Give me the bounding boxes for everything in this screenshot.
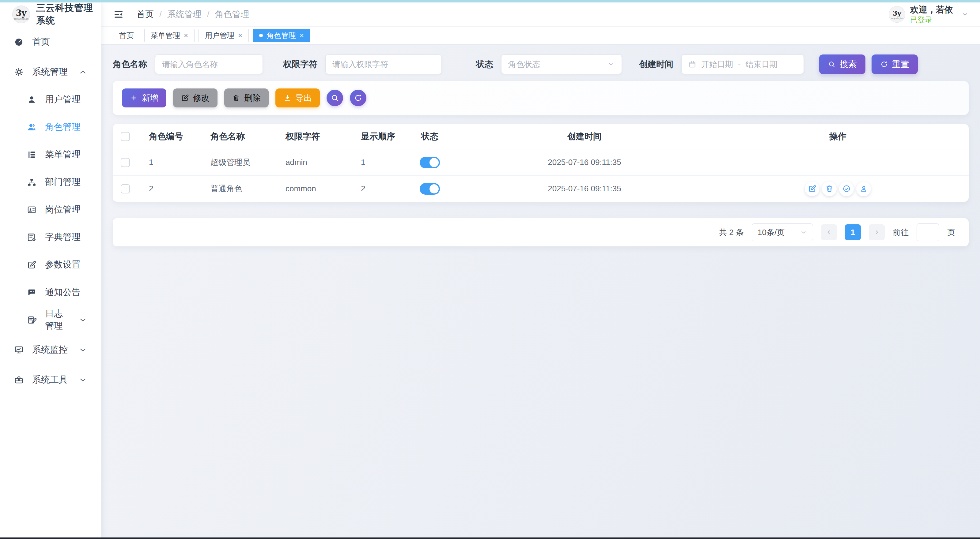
toolbar-card: 新增 修改 删除 导出: [113, 81, 969, 115]
status-toggle[interactable]: [420, 183, 440, 195]
top-header: 首页 / 系统管理 / 角色管理 3y sanyunkeji.cn 欢迎，若依 …: [101, 2, 980, 26]
row-delete-button[interactable]: [822, 181, 837, 196]
close-icon[interactable]: ×: [238, 31, 242, 40]
search-icon: [828, 60, 836, 68]
row-edit-button[interactable]: [805, 181, 819, 196]
sidebar-item-log-management[interactable]: 日志管理: [0, 306, 101, 334]
perm-key-label: 权限字符: [283, 59, 317, 70]
add-button[interactable]: 新增: [122, 89, 166, 108]
user-icon: [27, 95, 37, 105]
perm-key-input[interactable]: [332, 60, 435, 69]
status-label: 状态: [476, 59, 493, 70]
sidebar-item-system-management[interactable]: 系统管理: [0, 58, 101, 86]
chevron-down-icon[interactable]: [961, 10, 969, 18]
sidebar-item-role-management[interactable]: 角色管理: [0, 113, 101, 141]
role-name-input-wrap: [155, 54, 263, 74]
status-select[interactable]: 角色状态: [501, 54, 622, 74]
main-content: 角色名称 权限字符 状态 角色状态 创建时间 开始日期 - 结束日期: [101, 45, 980, 537]
role-name-input[interactable]: [162, 60, 256, 69]
close-icon[interactable]: ×: [300, 31, 304, 40]
announcement-icon: [27, 288, 37, 297]
next-page-button[interactable]: [869, 224, 885, 240]
row-checkbox[interactable]: [121, 158, 130, 167]
current-page-button[interactable]: 1: [845, 224, 861, 240]
col-role-name: 角色名称: [203, 131, 278, 142]
sidebar-item-param-settings[interactable]: 参数设置: [0, 251, 101, 279]
pagination-bar: 共 2 条 10条/页 1 前往 页: [113, 218, 969, 246]
chevron-up-icon: [78, 67, 88, 77]
sidebar-item-user-management[interactable]: 用户管理: [0, 86, 101, 113]
breadcrumb-section: 系统管理: [167, 9, 202, 20]
row-checkbox[interactable]: [121, 184, 130, 193]
sidebar-item-menu-management[interactable]: 菜单管理: [0, 141, 101, 168]
search-button[interactable]: 搜索: [819, 54, 865, 74]
edit-icon: [181, 94, 189, 102]
login-status-badge: 已登录: [910, 16, 953, 24]
sidebar-nav: 首页 系统管理 用户管理 角色管理 菜单管理 部门管理: [0, 28, 101, 394]
refresh-icon: [880, 60, 888, 68]
chevron-down-icon: [78, 345, 88, 355]
table-header-row: 角色编号 角色名称 权限字符 显示顺序 状态 创建时间 操作: [113, 124, 969, 149]
trash-icon: [232, 94, 240, 102]
sidebar-item-notice[interactable]: 通知公告: [0, 279, 101, 306]
status-toggle[interactable]: [420, 157, 440, 168]
sidebar-item-post-management[interactable]: 岗位管理: [0, 196, 101, 224]
toggle-knob: [430, 184, 439, 193]
reset-button[interactable]: 重置: [872, 54, 918, 74]
dictionary-icon: [27, 233, 37, 242]
breadcrumb: 首页 / 系统管理 / 角色管理: [137, 9, 249, 20]
chevron-down-icon: [78, 375, 88, 385]
bottom-edge: [0, 537, 980, 539]
date-range-picker[interactable]: 开始日期 - 结束日期: [681, 54, 804, 74]
export-button[interactable]: 导出: [275, 89, 320, 108]
tab-home[interactable]: 首页: [113, 29, 140, 42]
tab-role-management[interactable]: 角色管理 ×: [253, 29, 310, 42]
chevron-down-icon: [800, 229, 807, 236]
app-root: 3y sanyunkeji.cn 三云科技管理系统 首页 系统管理 用户管理 角…: [0, 0, 980, 539]
sidebar-item-system-monitor[interactable]: 系统监控: [0, 336, 101, 364]
refresh-circle-button[interactable]: [350, 90, 366, 106]
sidebar-item-dict-management[interactable]: 字典管理: [0, 224, 101, 251]
dashboard-icon: [14, 37, 24, 47]
page-unit-label: 页: [947, 227, 955, 238]
breadcrumb-current: 角色管理: [215, 9, 249, 20]
user-menu[interactable]: 3y sanyunkeji.cn 欢迎，若依 已登录: [889, 5, 969, 24]
top-accent-strip: [0, 0, 980, 2]
sidebar-fold-icon[interactable]: [113, 9, 124, 20]
welcome-text: 欢迎，若依: [910, 5, 953, 15]
org-icon: [27, 178, 37, 187]
check-circle-icon: [842, 185, 851, 193]
row-actions: [707, 181, 969, 196]
log-icon: [27, 315, 37, 325]
close-icon[interactable]: ×: [184, 31, 188, 40]
page-size-select[interactable]: 10条/页: [752, 224, 813, 241]
sidebar-item-home[interactable]: 首页: [0, 28, 101, 56]
tab-menu-management[interactable]: 菜单管理 ×: [144, 29, 194, 42]
col-actions: 操作: [707, 131, 969, 142]
date-end-placeholder: 结束日期: [746, 59, 778, 70]
menu-tree-icon: [27, 150, 37, 160]
total-count: 共 2 条: [719, 227, 744, 238]
table-row: 1 超级管理员 admin 1 2025-07-16 09:11:35: [113, 149, 969, 175]
logo-row[interactable]: 3y sanyunkeji.cn 三云科技管理系统: [0, 2, 101, 26]
avatar: 3y sanyunkeji.cn: [889, 6, 905, 23]
row-assign-user-button[interactable]: [856, 181, 871, 196]
edit-button[interactable]: 修改: [173, 89, 218, 108]
sidebar-item-system-tools[interactable]: 系统工具: [0, 366, 101, 394]
goto-page-input[interactable]: [916, 224, 939, 241]
prev-page-button[interactable]: [821, 224, 837, 240]
sidebar-item-dept-management[interactable]: 部门管理: [0, 168, 101, 196]
select-all-checkbox[interactable]: [121, 132, 130, 141]
monitor-icon: [14, 345, 24, 355]
search-circle-button[interactable]: [326, 90, 343, 106]
sidebar: 3y sanyunkeji.cn 三云科技管理系统 首页 系统管理 用户管理 角…: [0, 2, 101, 537]
table-row: 2 普通角色 common 2 2025-07-16 09:11:35: [113, 175, 969, 202]
delete-button[interactable]: 删除: [224, 89, 269, 108]
filter-row: 角色名称 权限字符 状态 角色状态 创建时间 开始日期 - 结束日期: [113, 54, 969, 75]
assign-user-icon: [860, 185, 868, 193]
breadcrumb-home[interactable]: 首页: [137, 9, 154, 20]
row-data-scope-button[interactable]: [839, 181, 854, 196]
tab-user-management[interactable]: 用户管理 ×: [199, 29, 249, 42]
param-edit-icon: [27, 260, 37, 270]
col-status: 状态: [398, 131, 462, 142]
